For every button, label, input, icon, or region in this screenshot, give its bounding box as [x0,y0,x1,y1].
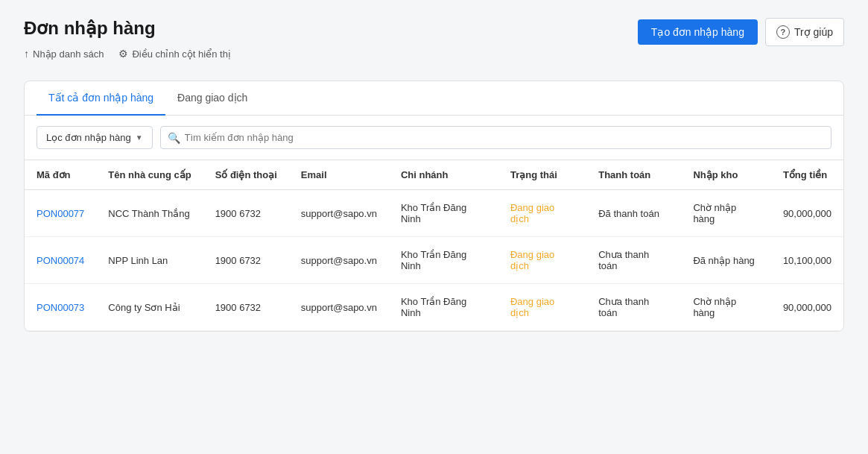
cell-nhap-kho: Đã nhập hàng [681,237,771,284]
cell-chi-nhanh: Kho Trần Đăng Ninh [389,190,498,237]
main-card: Tất cả đơn nhập hàng Đang giao dịch Lọc … [24,81,844,332]
search-icon: 🔍 [168,132,180,144]
cell-chi-nhanh: Kho Trần Đăng Ninh [389,237,498,284]
help-button[interactable]: ? Trợ giúp [765,18,844,46]
search-input[interactable] [160,126,831,149]
header-actions: Tạo đơn nhập hàng ? Trợ giúp [638,18,844,46]
cell-trang-thai: Đang giao dịch [498,284,586,331]
cell-ma-don: PON00074 [25,237,96,284]
table-row: PON00074 NPP Linh Lan 1900 6732 support@… [25,237,843,284]
col-email: Email [289,160,389,190]
cell-ma-don: PON00073 [25,284,96,331]
import-list-button[interactable]: ↑ Nhập danh sách [24,45,104,63]
col-tong-tien: Tổng tiền [771,160,843,190]
cell-thanh-toan: Chưa thanh toán [586,284,681,331]
settings-icon: ⚙ [118,48,128,60]
order-link[interactable]: PON00077 [37,208,84,219]
page-header: Đơn nhập hàng ↑ Nhập danh sách ⚙ Điều ch… [24,18,844,75]
tabs-container: Tất cả đơn nhập hàng Đang giao dịch [25,81,843,116]
cell-ten-nha-cung-cap: NPP Linh Lan [96,237,203,284]
cell-ten-nha-cung-cap: NCC Thành Thắng [96,190,203,237]
cell-so-dien-thoai: 1900 6732 [203,190,289,237]
adjust-columns-button[interactable]: ⚙ Điều chỉnh cột hiển thị [118,45,230,63]
col-ten-nha-cung-cap: Tên nhà cung cấp [96,160,203,190]
filter-dropdown[interactable]: Lọc đơn nhập hàng ▼ [37,126,153,149]
col-so-dien-thoai: Số điện thoại [203,160,289,190]
cell-ma-don: PON00077 [25,190,96,237]
col-thanh-toan: Thanh toán [586,160,681,190]
search-container: 🔍 [160,126,831,149]
page-container: Đơn nhập hàng ↑ Nhập danh sách ⚙ Điều ch… [0,0,868,454]
header-left: Đơn nhập hàng ↑ Nhập danh sách ⚙ Điều ch… [24,18,231,75]
cell-email: support@sapo.vn [289,237,389,284]
cell-chi-nhanh: Kho Trần Đăng Ninh [389,284,498,331]
table-row: PON00077 NCC Thành Thắng 1900 6732 suppo… [25,190,843,237]
chevron-down-icon: ▼ [136,133,143,142]
cell-email: support@sapo.vn [289,190,389,237]
tab-all-orders[interactable]: Tất cả đơn nhập hàng [37,81,165,116]
cell-trang-thai: Đang giao dịch [498,190,586,237]
cell-so-dien-thoai: 1900 6732 [203,284,289,331]
cell-tong-tien: 10,100,000 [771,237,843,284]
upload-icon: ↑ [24,48,29,60]
page-title: Đơn nhập hàng [24,18,231,39]
cell-nhap-kho: Chờ nhập hàng [681,190,771,237]
order-link[interactable]: PON00074 [37,255,84,266]
col-trang-thai: Trạng thái [498,160,586,190]
order-link[interactable]: PON00073 [37,302,84,313]
orders-table: Mã đơn Tên nhà cung cấp Số điện thoại Em… [25,160,843,331]
cell-thanh-toan: Đã thanh toán [586,190,681,237]
sub-actions: ↑ Nhập danh sách ⚙ Điều chỉnh cột hiển t… [24,45,231,63]
cell-so-dien-thoai: 1900 6732 [203,237,289,284]
tab-in-transaction[interactable]: Đang giao dịch [165,81,259,116]
cell-tong-tien: 90,000,000 [771,190,843,237]
cell-trang-thai: Đang giao dịch [498,237,586,284]
table-body: PON00077 NCC Thành Thắng 1900 6732 suppo… [25,190,843,331]
create-order-button[interactable]: Tạo đơn nhập hàng [638,19,758,45]
cell-tong-tien: 90,000,000 [771,284,843,331]
col-nhap-kho: Nhập kho [681,160,771,190]
filter-bar: Lọc đơn nhập hàng ▼ 🔍 [25,116,843,160]
table-header: Mã đơn Tên nhà cung cấp Số điện thoại Em… [25,160,843,190]
help-circle-icon: ? [776,25,790,39]
cell-ten-nha-cung-cap: Công ty Sơn Hải [96,284,203,331]
cell-thanh-toan: Chưa thanh toán [586,237,681,284]
cell-email: support@sapo.vn [289,284,389,331]
col-chi-nhanh: Chi nhánh [389,160,498,190]
col-ma-don: Mã đơn [25,160,96,190]
cell-nhap-kho: Chờ nhập hàng [681,284,771,331]
table-row: PON00073 Công ty Sơn Hải 1900 6732 suppo… [25,284,843,331]
